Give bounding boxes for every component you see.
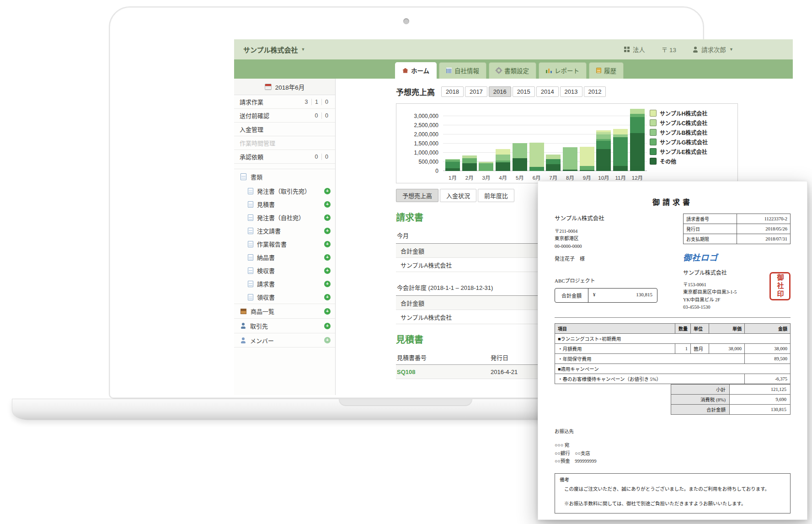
add-icon[interactable]: +	[324, 267, 331, 274]
x-tick-label: 12月	[630, 174, 645, 181]
bar-5月[interactable]	[513, 143, 527, 171]
bank-line: ○○○ 宛	[555, 441, 791, 449]
tab-ホーム[interactable]: ホーム	[395, 62, 437, 79]
add-icon[interactable]: +	[324, 214, 331, 221]
corp-type-indicator[interactable]: 法人	[624, 45, 645, 54]
client-attention: 発注花子 様	[555, 255, 673, 262]
add-icon[interactable]: +	[324, 308, 331, 315]
count-badge: 0	[311, 112, 321, 119]
bar-segment	[513, 143, 527, 158]
add-icon[interactable]: +	[324, 281, 331, 287]
add-icon[interactable]: +	[324, 228, 331, 234]
sidebar-item-発注書（取引先宛）[interactable]: 発注書（取引先宛）+	[234, 184, 335, 198]
sidebar-item-送付前確認[interactable]: 送付前確認00	[234, 109, 335, 123]
note-spacer	[560, 492, 785, 497]
add-icon[interactable]: +	[324, 323, 331, 329]
col-qty: 数量	[675, 324, 691, 334]
bar-6月[interactable]	[529, 143, 544, 171]
legend-item: サンプルC株式会社	[650, 119, 733, 127]
add-icon[interactable]: +	[324, 337, 331, 343]
year-tab-2014[interactable]: 2014	[536, 86, 559, 97]
tab-書類設定[interactable]: 書類設定	[489, 62, 536, 79]
year-tab-2012[interactable]: 2012	[584, 86, 606, 97]
company-menu[interactable]: サンプル株式会社 ▼	[243, 45, 305, 54]
year-tab-2016[interactable]: 2016	[489, 86, 511, 97]
sidebar-item-請求書[interactable]: 請求書+	[234, 277, 335, 290]
sidebar-item-商品一覧[interactable]: 商品一覧+	[234, 304, 335, 318]
sidebar-section-documents[interactable]: 書類	[234, 169, 335, 184]
year-tab-2018[interactable]: 2018	[441, 86, 464, 97]
bar-segment	[479, 163, 493, 171]
bar-9月[interactable]	[580, 147, 594, 171]
doc-label: 納品書	[257, 253, 275, 262]
count-badge: 0	[321, 154, 331, 160]
sidebar-item-納品書[interactable]: 納品書+	[234, 251, 335, 264]
chart-legend: サンプルH株式会社サンプルC株式会社サンプルB株式会社サンプルG株式会社サンプル…	[650, 109, 733, 165]
sidebar-item-検収書[interactable]: 検収書+	[234, 264, 335, 277]
bar-1月[interactable]	[445, 159, 460, 171]
legend-label: サンプルE株式会社	[660, 148, 707, 155]
tab-履歴[interactable]: 履歴	[589, 62, 624, 79]
sidebar-item-発注書（自社宛）[interactable]: 発注書（自社宛）+	[234, 211, 335, 224]
sidebar-item-作業報告書[interactable]: 作業報告書+	[234, 237, 335, 251]
task-label: 入金管理	[240, 125, 331, 134]
bar-segment	[580, 166, 594, 170]
y-tick-label: 2,500,000	[396, 122, 438, 128]
sidebar-item-取引先[interactable]: 取引先+	[234, 318, 335, 333]
chart-x-axis: 1月2月3月4月5月6月7月8月9月10月11月12月	[443, 174, 647, 181]
bar-12月[interactable]	[630, 109, 645, 171]
bar-7月[interactable]	[546, 155, 561, 171]
invoice-total-row: 小計121,125	[671, 385, 791, 395]
sidebar-item-領収書[interactable]: 領収書+	[234, 290, 335, 304]
postal-label: 〒 13	[662, 45, 676, 54]
sidebar-item-見積書[interactable]: 見積書+	[234, 198, 335, 211]
tab-レポート[interactable]: レポート	[539, 62, 587, 79]
note-line: ※お振込手数料に関しては、御社で別途ご負担いただきますようお願いいたします。	[560, 500, 785, 507]
y-tick-label: 0	[396, 168, 438, 174]
sidebar-item-作業時間管理[interactable]: 作業時間管理	[234, 136, 335, 150]
sidebar-item-注文請書[interactable]: 注文請書+	[234, 224, 335, 237]
count-badge: 0	[311, 154, 321, 160]
bar-4月[interactable]	[496, 149, 510, 171]
chart-tab-入金状況[interactable]: 入金状況	[440, 189, 476, 202]
add-icon[interactable]: +	[324, 241, 331, 247]
quote-number-link[interactable]: SQ108	[397, 369, 491, 375]
add-icon[interactable]: +	[324, 294, 331, 300]
month-selector[interactable]: 2018年6月	[234, 79, 335, 95]
sidebar-item-メンバー[interactable]: メンバー+	[234, 333, 335, 348]
bar-segment	[563, 170, 577, 171]
bar-3月[interactable]	[479, 162, 493, 171]
chart-tab-予想売上高[interactable]: 予想売上高	[396, 189, 438, 202]
document-icon	[248, 254, 253, 261]
grid-icon	[624, 47, 630, 52]
invoice-items-rows: ■ランニングコスト+初期費用・月額費用1箇月38,00038,000・年間保守費…	[555, 334, 791, 384]
year-tab-2017[interactable]: 2017	[465, 86, 487, 97]
add-icon[interactable]: +	[324, 254, 331, 261]
sidebar-item-請求作業[interactable]: 請求作業310	[234, 95, 335, 109]
count-badge: 1	[311, 99, 321, 105]
user-menu[interactable]: 請求次郎 ▼	[693, 45, 733, 54]
chart-tab-前年度比[interactable]: 前年度比	[478, 189, 514, 202]
bar-segment	[630, 109, 645, 114]
bar-segment	[546, 159, 561, 164]
sidebar-item-承認依頼[interactable]: 承認依頼00	[234, 150, 335, 164]
invoice-document: 御請求書 サンプルA株式会社 〒211-0004 東京都港区 00-0000-0…	[538, 181, 807, 520]
bar-11月[interactable]	[613, 129, 628, 171]
task-label: 請求作業	[240, 97, 301, 106]
tab-自社情報[interactable]: 自社情報	[439, 62, 486, 79]
add-icon[interactable]: +	[324, 188, 331, 194]
bar-segment	[563, 147, 577, 170]
bar-8月[interactable]	[563, 147, 577, 171]
postal-indicator[interactable]: 〒 13	[662, 45, 676, 54]
sidebar-item-入金管理[interactable]: 入金管理	[234, 123, 335, 136]
document-icon	[248, 294, 253, 300]
task-count-badges: 00	[311, 154, 331, 160]
add-icon[interactable]: +	[324, 201, 331, 208]
year-tab-2013[interactable]: 2013	[560, 86, 582, 97]
bar-2月[interactable]	[462, 155, 477, 171]
doc-label: 見積書	[257, 200, 275, 209]
bar-10月[interactable]	[596, 130, 611, 171]
year-tab-2015[interactable]: 2015	[513, 86, 535, 97]
document-icon	[248, 228, 253, 234]
doc-label: 発注書（取引先宛）	[257, 187, 310, 195]
